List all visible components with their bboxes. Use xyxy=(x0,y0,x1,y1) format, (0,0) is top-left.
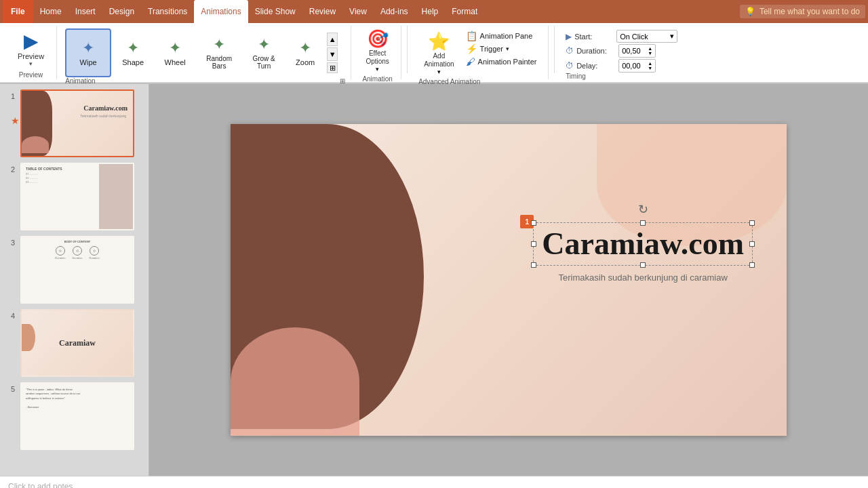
anim-wheel[interactable]: ✦ Wheel xyxy=(155,28,195,77)
anim-random-bars[interactable]: ✦ Random Bars xyxy=(197,28,241,77)
ribbon-toolbar: ▶ Preview ▾ Preview ✦ Wipe ✦ Shape xyxy=(0,23,868,83)
start-row: ▶ Start: On Click ▾ xyxy=(566,30,690,43)
start-chevron: ▾ xyxy=(670,32,674,41)
lightbulb-icon: 💡 xyxy=(745,7,755,16)
slide-num-4: 4 xyxy=(5,312,15,320)
duration-input[interactable]: 00,50 ▲ ▼ xyxy=(618,44,656,58)
anim-grow-turn[interactable]: ✦ Grow & Turn xyxy=(243,28,285,77)
menu-help[interactable]: Help xyxy=(415,0,446,23)
menu-file[interactable]: File xyxy=(3,0,33,23)
effect-options-group: 🎯 EffectOptions ▾ Animation xyxy=(354,26,401,79)
add-animation-button[interactable]: ⭐ AddAnimation ▾ xyxy=(418,28,459,78)
grow-turn-icon: ✦ xyxy=(258,36,270,54)
duration-label: Duration: xyxy=(576,47,616,55)
anim-scroll-down[interactable]: ▼ xyxy=(327,47,338,61)
menu-slideshow[interactable]: Slide Show xyxy=(248,0,302,23)
delay-spinners[interactable]: ▲ ▼ xyxy=(648,61,652,70)
effect-options-button[interactable]: 🎯 EffectOptions ▾ xyxy=(360,26,394,75)
handle-bl[interactable] xyxy=(531,262,536,268)
delay-value: 00,00 xyxy=(622,62,641,70)
adv-anim-label: Advanced Animation xyxy=(418,78,542,87)
anim-scroll-up[interactable]: ▲ xyxy=(327,33,338,46)
handle-tr[interactable] xyxy=(749,220,755,226)
slide-item-1: 1 ★ Caramiaw.com Terimakasih sudah berku… xyxy=(5,89,143,157)
trigger-icon: ⚡ xyxy=(466,43,477,54)
handle-br[interactable] xyxy=(749,262,755,268)
menu-review[interactable]: Review xyxy=(302,0,342,23)
menu-design[interactable]: Design xyxy=(102,0,141,23)
duration-spinners[interactable]: ▲ ▼ xyxy=(648,46,652,56)
slide-canvas[interactable]: ↻ 1 Caramiaw.com xyxy=(231,124,787,436)
slide-thumb-3[interactable]: BODY OF CONTENT ○ Duration ○ Duration xyxy=(20,236,134,304)
handle-tl[interactable] xyxy=(531,220,536,226)
slide-thumb-5[interactable]: "This is a quote - italics. What do thes… xyxy=(20,382,134,450)
slide-item-5: 5 "This is a quote - italics. What do th… xyxy=(5,382,143,450)
anim-expand[interactable]: ⊞ xyxy=(327,62,338,73)
search-bar[interactable]: 💡 Tell me what you want to do xyxy=(740,5,865,18)
main-content: 1 ★ Caramiaw.com Terimakasih sudah berku… xyxy=(0,84,868,476)
wipe-icon: ✦ xyxy=(82,39,94,57)
menu-format[interactable]: Format xyxy=(445,0,484,23)
delay-icon: ⏱ xyxy=(566,61,574,70)
handle-tm[interactable] xyxy=(640,220,646,226)
notes-bar[interactable]: Click to add notes xyxy=(0,476,868,488)
menu-animations[interactable]: Animations xyxy=(194,0,248,23)
animation-painter-button[interactable]: 🖌 Animation Painter xyxy=(464,56,539,68)
start-icon: ▶ xyxy=(566,32,572,41)
menu-insert[interactable]: Insert xyxy=(68,0,102,23)
handle-bm[interactable] xyxy=(640,262,646,268)
animation-expand-icon[interactable]: ⊞ xyxy=(340,77,345,85)
trigger-label: Trigger xyxy=(480,45,503,53)
slide-item-3: 3 BODY OF CONTENT ○ Duration ○ Duration xyxy=(5,236,143,304)
random-bars-icon: ✦ xyxy=(213,36,225,54)
slide-thumb-4[interactable]: Caramiaw xyxy=(20,309,134,377)
slide-title: Caramiaw.com xyxy=(542,228,744,260)
selected-text-box[interactable]: ↻ 1 Caramiaw.com xyxy=(533,222,753,283)
random-bars-label: Random Bars xyxy=(201,55,237,70)
start-dropdown[interactable]: On Click ▾ xyxy=(616,30,677,43)
wheel-label: Wheel xyxy=(165,58,186,66)
handle-mr[interactable] xyxy=(749,241,755,247)
slide-panel: 1 ★ Caramiaw.com Terimakasih sudah berku… xyxy=(0,84,149,476)
trigger-button[interactable]: ⚡ Trigger ▾ xyxy=(464,43,539,55)
animation-pane-button[interactable]: 📋 Animation Pane xyxy=(464,30,539,42)
start-value: On Click xyxy=(620,33,648,41)
rotate-handle[interactable]: ↻ xyxy=(638,202,648,217)
divider-1 xyxy=(407,26,408,73)
preview-group-label: Preview xyxy=(19,71,43,80)
slide-num-3: 3 xyxy=(5,239,15,247)
slide-num-2: 2 xyxy=(5,165,15,174)
preview-group: ▶ Preview ▾ Preview xyxy=(5,26,57,79)
slide-item-4: 4 Caramiaw xyxy=(5,309,143,377)
menu-home[interactable]: Home xyxy=(33,0,68,23)
slide-pink-shape xyxy=(231,327,359,436)
handle-ml[interactable] xyxy=(531,241,536,247)
timing-group: ▶ Start: On Click ▾ ⏱ Duration: 00,50 ▲ xyxy=(560,26,696,79)
slide-thumb-2[interactable]: TABLE OF CONTENTS 01 ...........02 .....… xyxy=(20,163,134,230)
animation-group-label2: Animation xyxy=(362,75,392,84)
animation-group: ✦ Wipe ✦ Shape ✦ Wheel ✦ xyxy=(60,26,351,79)
grow-turn-label: Grow & Turn xyxy=(248,55,280,70)
anim-wipe[interactable]: ✦ Wipe xyxy=(65,28,111,77)
menu-addins[interactable]: Add-ins xyxy=(374,0,415,23)
search-text: Tell me what you want to do xyxy=(760,7,860,16)
anim-shape[interactable]: ✦ Shape xyxy=(113,28,153,77)
duration-value: 00,50 xyxy=(622,47,641,55)
anim-zoom[interactable]: ✦ Zoom xyxy=(286,28,324,77)
zoom-icon: ✦ xyxy=(299,39,311,57)
preview-button[interactable]: ▶ Preview ▾ xyxy=(11,26,51,71)
preview-label: Preview xyxy=(18,52,44,60)
duration-icon: ⏱ xyxy=(566,46,574,56)
add-anim-icon: ⭐ xyxy=(428,31,450,52)
menu-view[interactable]: View xyxy=(342,0,374,23)
effect-options-icon: 🎯 xyxy=(367,28,389,49)
slide-thumb-1[interactable]: Caramiaw.com Terimakasih sudah berkunjun… xyxy=(20,89,134,157)
thumb1-subtitle: Terimakasih sudah berkunjung xyxy=(80,114,126,118)
menu-transitions[interactable]: Transitions xyxy=(141,0,194,23)
delay-input[interactable]: 00,00 ▲ ▼ xyxy=(618,59,656,73)
slide-subtitle: Terimakasih sudah berkunjung di caramiaw xyxy=(533,272,753,283)
file-menu-label: File xyxy=(11,7,25,16)
timing-group-label: Timing xyxy=(566,73,586,81)
notes-placeholder: Click to add notes xyxy=(8,482,73,489)
advanced-anim-group: ⭐ AddAnimation ▾ 📋 Animation Pane ⚡ Trig… xyxy=(413,26,549,79)
